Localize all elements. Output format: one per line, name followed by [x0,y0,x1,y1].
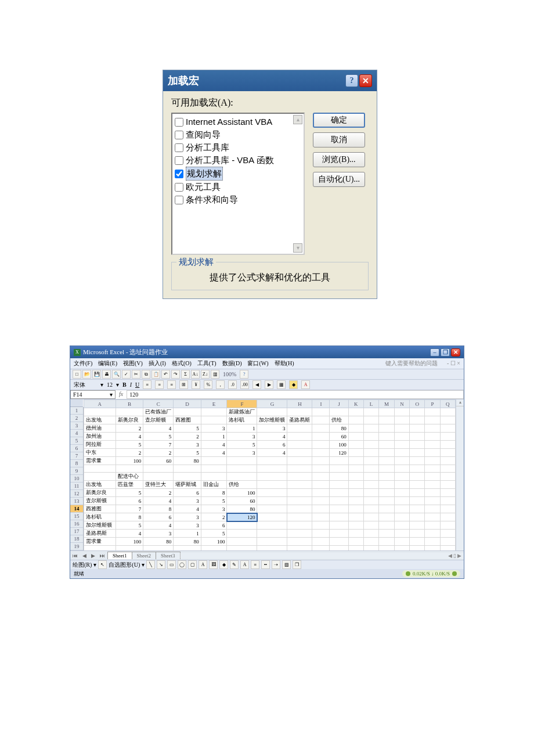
cell[interactable] [257,505,287,513]
linestyle-icon[interactable]: ≡ [251,560,259,569]
cell[interactable] [379,546,395,551]
shadow-icon[interactable]: ▨ [282,560,291,569]
cell[interactable] [287,538,312,546]
cell[interactable] [379,408,395,416]
cell[interactable] [425,505,440,513]
addin-checkbox[interactable] [175,183,183,192]
cell[interactable] [84,473,116,481]
cell[interactable]: 3 [227,433,257,441]
cell[interactable] [312,513,330,521]
cell[interactable]: 2 [201,513,227,521]
cell[interactable] [330,513,348,521]
minimize-button[interactable]: – [430,348,439,357]
preview-icon[interactable]: 🔍 [112,370,121,379]
cell[interactable] [410,505,425,513]
cell[interactable] [410,457,425,465]
cell[interactable] [425,497,440,505]
cell[interactable] [425,457,440,465]
row-header[interactable]: 18 [70,535,83,543]
cell[interactable] [379,489,395,497]
cell[interactable] [425,408,440,416]
cell[interactable]: 洛杉矶 [227,416,257,424]
column-headers[interactable]: ABCDEFGHIJKLMNOPQ [84,400,456,408]
addin-item[interactable]: 查阅向导 [175,128,301,141]
draw-menu[interactable]: 绘图(R) [73,561,92,569]
cell[interactable] [379,465,395,473]
cell[interactable]: 2 [143,449,174,457]
cell[interactable] [287,489,312,497]
cell[interactable]: 加州油 [84,433,116,441]
column-header[interactable]: M [379,400,395,408]
cell[interactable] [425,424,440,433]
addin-item[interactable]: 分析工具库 - VBA 函数 [175,154,301,167]
row-header[interactable]: 7 [70,452,83,460]
paste-icon[interactable]: 📋 [151,370,160,379]
cell[interactable] [364,530,379,538]
cell[interactable] [379,441,395,449]
cell[interactable] [174,546,201,551]
spell-icon[interactable]: ✓ [122,370,131,379]
cell[interactable] [312,538,330,546]
cell[interactable] [257,408,287,416]
fontcolor2-icon[interactable]: A [240,560,249,569]
cell[interactable] [394,424,409,433]
cell[interactable]: 5 [174,449,201,457]
scroll-up-icon[interactable]: ▴ [293,115,302,124]
cell[interactable]: 5 [116,521,143,530]
cell[interactable] [425,449,440,457]
cell[interactable]: 5 [116,489,143,497]
copy-icon[interactable]: ⧉ [142,370,150,379]
cell[interactable] [348,457,363,465]
cell[interactable] [287,530,312,538]
column-header[interactable]: I [312,400,330,408]
horizontal-scrollbar[interactable]: ◀ ▯ ▶ [180,553,464,559]
textbox-icon[interactable]: ▢ [188,560,197,569]
tab-nav-prev-icon[interactable]: ◀ [80,553,89,559]
cell[interactable] [410,530,425,538]
cell[interactable] [410,521,425,530]
cell[interactable]: 德州油 [84,424,116,433]
cell[interactable] [348,449,363,457]
cell[interactable] [201,416,227,424]
cell[interactable]: 匹兹堡 [116,481,143,489]
italic-icon[interactable]: I [130,381,132,388]
cell[interactable] [364,416,379,424]
cell[interactable] [379,457,395,465]
row-header[interactable]: 14 [70,505,83,513]
cell[interactable]: 8 [201,489,227,497]
cell[interactable] [394,538,409,546]
cell[interactable] [440,530,455,538]
cell[interactable] [312,424,330,433]
arrowstyle-icon[interactable]: ⇢ [272,560,280,569]
merge-icon[interactable]: ⊞ [179,380,188,389]
cell[interactable]: 3 [174,497,201,505]
comma-icon[interactable]: , [216,380,225,389]
cell[interactable]: 4 [174,505,201,513]
column-header[interactable]: Q [440,400,455,408]
cell[interactable] [425,465,440,473]
cell[interactable] [440,408,455,416]
maximize-button[interactable]: ❐ [441,348,450,357]
cell[interactable] [201,465,227,473]
dash-icon[interactable]: ╍ [261,560,270,569]
linecolor-icon[interactable]: ✎ [230,560,239,569]
cell[interactable]: 出发地 [84,481,116,489]
column-header[interactable]: J [330,400,348,408]
cell[interactable] [174,465,201,473]
cell[interactable] [410,449,425,457]
cell[interactable] [364,546,379,551]
cell[interactable] [287,521,312,530]
column-header[interactable]: D [174,400,201,408]
cell[interactable]: 7 [143,441,174,449]
cell[interactable] [410,424,425,433]
percent-icon[interactable]: % [204,380,212,389]
cell[interactable] [257,538,287,546]
cell[interactable] [312,473,330,481]
menu-item[interactable]: 插入(I) [149,359,166,368]
cell[interactable] [440,521,455,530]
cell[interactable] [364,497,379,505]
cell[interactable] [287,433,312,441]
cell[interactable] [425,416,440,424]
cell[interactable] [257,457,287,465]
row-header[interactable]: 13 [70,498,83,505]
